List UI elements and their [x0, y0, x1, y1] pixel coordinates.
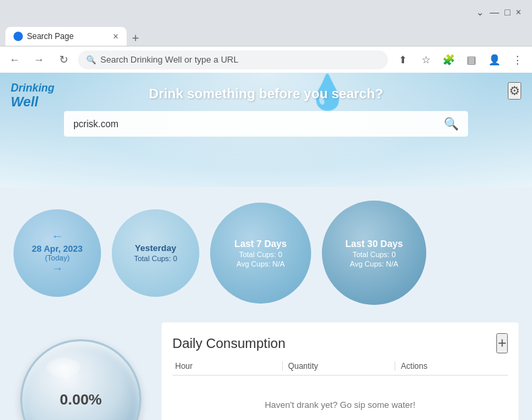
last7-avg: Avg Cups: N/A: [236, 260, 285, 268]
last30-avg: Avg Cups: N/A: [350, 260, 399, 268]
last30-label: Last 30 Days: [345, 238, 403, 249]
new-tab-btn[interactable]: +: [127, 32, 145, 46]
window-close-btn[interactable]: ×: [516, 7, 521, 18]
browser-chrome: ⌄ — □ × Search Page × + ← → ↻ 🔍 Search D…: [0, 0, 532, 73]
daily-empty-msg: Haven't drank yet? Go sip some water!: [172, 380, 508, 420]
sidebar-btn[interactable]: ▤: [462, 50, 481, 69]
search-bar: 🔍: [64, 111, 468, 137]
ball-gauge: 0.00%: [13, 329, 148, 420]
search-icon[interactable]: 🔍: [444, 116, 459, 131]
tab-bar: Search Page × +: [0, 22, 532, 46]
collapse-btn[interactable]: ⌄: [476, 7, 484, 18]
today-date: 28 Apr, 2023: [32, 244, 82, 254]
last7-label: Last 7 Days: [234, 238, 287, 249]
nav-bar: ← → ↻ 🔍 Search Drinking Well or type a U…: [0, 46, 532, 73]
last7-stat: Last 7 Days Total Cups: 0 Avg Cups: N/A: [210, 203, 311, 304]
reload-btn[interactable]: ↻: [54, 50, 73, 69]
tab-favicon: [13, 32, 23, 41]
yesterday-label: Yesterday: [135, 243, 176, 253]
last30-stat: Last 30 Days Total Cups: 0 Avg Cups: N/A: [322, 201, 426, 305]
prev-day-btn[interactable]: ←: [51, 230, 63, 244]
menu-btn[interactable]: ⋮: [508, 50, 527, 69]
bookmark-btn[interactable]: ☆: [416, 50, 435, 69]
stats-section: ← 28 Apr, 2023 (Today) → Yesterday Total…: [0, 187, 532, 316]
profile-btn[interactable]: 👤: [485, 50, 504, 69]
minimize-btn[interactable]: —: [490, 7, 499, 18]
extensions-btn[interactable]: 🧩: [439, 50, 458, 69]
add-entry-btn[interactable]: +: [496, 333, 508, 353]
header-title: Drink something before you search?: [13, 83, 519, 102]
col-qty-header: Quantity: [282, 361, 395, 371]
settings-btn[interactable]: ⚙: [508, 82, 521, 100]
maximize-btn[interactable]: □: [504, 7, 510, 18]
water-ball: 0.00%: [20, 339, 141, 420]
tab-title: Search Page: [27, 32, 73, 41]
daily-header: Daily Consumption +: [172, 333, 508, 353]
page-header: 💧 Drinking Well Drink something before y…: [0, 73, 532, 187]
last30-total: Total Cups: 0: [352, 250, 395, 258]
col-hour-header: Hour: [172, 361, 282, 371]
daily-title: Daily Consumption: [172, 336, 286, 351]
forward-btn[interactable]: →: [30, 50, 48, 69]
address-bar[interactable]: 🔍 Search Drinking Well or type a URL: [78, 50, 388, 69]
last7-total: Total Cups: 0: [239, 250, 282, 258]
yesterday-total: Total Cups: 0: [134, 254, 177, 262]
daily-panel: Daily Consumption + Hour Quantity Action…: [162, 322, 519, 420]
main-area: 0.00% Daily Consumption + Hour Quantity …: [0, 316, 532, 420]
today-label: (Today): [45, 254, 70, 262]
nav-actions: ⬆ ☆ 🧩 ▤ 👤 ⋮: [393, 50, 527, 69]
daily-table-header: Hour Quantity Actions: [172, 361, 508, 376]
active-tab[interactable]: Search Page ×: [5, 27, 127, 46]
page-content: 💧 Drinking Well Drink something before y…: [0, 73, 532, 420]
ball-shine: [46, 357, 80, 378]
back-btn[interactable]: ←: [5, 50, 24, 69]
address-text: Search Drinking Well or type a URL: [100, 55, 380, 65]
search-address-icon: 🔍: [86, 55, 96, 65]
next-day-btn[interactable]: →: [51, 262, 63, 276]
yesterday-stat: Yesterday Total Cups: 0: [112, 209, 199, 297]
col-actions-header: Actions: [395, 361, 508, 371]
search-input[interactable]: [73, 118, 438, 129]
ball-percent-text: 0.00%: [60, 391, 102, 409]
today-stat: ← 28 Apr, 2023 (Today) →: [13, 209, 101, 297]
tab-close-btn[interactable]: ×: [113, 31, 119, 42]
share-btn[interactable]: ⬆: [393, 50, 412, 69]
